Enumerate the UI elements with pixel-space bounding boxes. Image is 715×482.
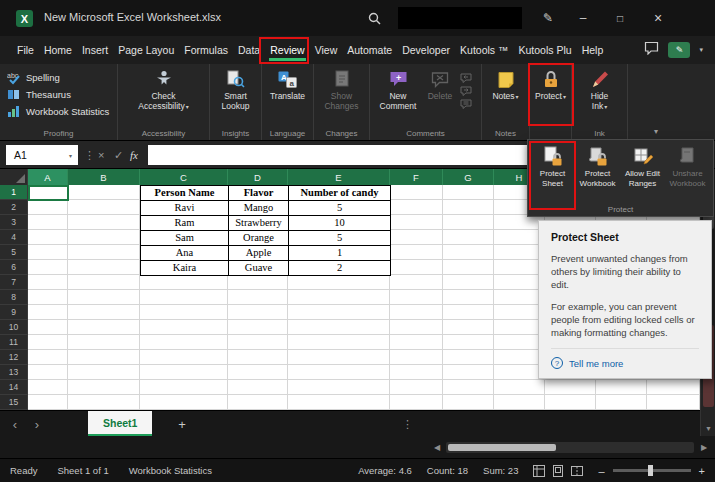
- cell-B5[interactable]: [68, 245, 140, 260]
- cell-A10[interactable]: [28, 320, 68, 335]
- protect-button[interactable]: Protect▾: [530, 64, 571, 140]
- cell-B8[interactable]: [68, 290, 140, 305]
- cell-F11[interactable]: [390, 335, 443, 350]
- cell-D13[interactable]: [228, 365, 288, 380]
- menu-tab-file[interactable]: File: [12, 37, 39, 64]
- cell-H14[interactable]: [494, 380, 545, 395]
- table-cell[interactable]: Sam: [141, 231, 229, 246]
- cell-J14[interactable]: [596, 380, 647, 395]
- cell-F12[interactable]: [390, 350, 443, 365]
- cell-B10[interactable]: [68, 320, 140, 335]
- cell-E11[interactable]: [288, 335, 390, 350]
- column-header-D[interactable]: D: [228, 169, 288, 185]
- table-cell[interactable]: 2: [289, 261, 391, 276]
- cell-I14[interactable]: [545, 380, 596, 395]
- cell-G3[interactable]: [443, 215, 494, 230]
- cell-E8[interactable]: [288, 290, 390, 305]
- search-icon[interactable]: [368, 11, 381, 29]
- cell-F7[interactable]: [390, 275, 443, 290]
- cell-E14[interactable]: [288, 380, 390, 395]
- workbook-statistics-button[interactable]: Workbook Statistics: [7, 103, 117, 120]
- cell-F2[interactable]: [390, 200, 443, 215]
- cell-A2[interactable]: [28, 200, 68, 215]
- menu-tab-kutools-plu[interactable]: Kutools Plu: [514, 37, 577, 64]
- cell-B2[interactable]: [68, 200, 140, 215]
- zoom-slider[interactable]: [613, 469, 691, 472]
- cell-E13[interactable]: [288, 365, 390, 380]
- column-header-E[interactable]: E: [288, 169, 390, 185]
- row-header-7[interactable]: 7: [0, 275, 28, 290]
- cell-A8[interactable]: [28, 290, 68, 305]
- cell-B12[interactable]: [68, 350, 140, 365]
- row-header-12[interactable]: 12: [0, 350, 28, 365]
- row-header-5[interactable]: 5: [0, 245, 28, 260]
- menu-tab-kutools[interactable]: Kutools ™: [455, 37, 513, 64]
- row-header-1[interactable]: 1: [0, 185, 28, 200]
- row-header-13[interactable]: 13: [0, 365, 28, 380]
- row-header-11[interactable]: 11: [0, 335, 28, 350]
- table-cell[interactable]: Ravi: [141, 201, 229, 216]
- row-header-4[interactable]: 4: [0, 230, 28, 245]
- menu-tab-help[interactable]: Help: [577, 37, 609, 64]
- add-sheet-button[interactable]: +: [172, 411, 192, 437]
- sheet-bar-dots-icon[interactable]: ⋮: [402, 411, 413, 437]
- table-cell[interactable]: Number of candy: [289, 186, 391, 201]
- zoom-out-button[interactable]: –: [598, 465, 604, 477]
- cell-E10[interactable]: [288, 320, 390, 335]
- insert-function-icon[interactable]: fx: [130, 145, 138, 165]
- cell-B6[interactable]: [68, 260, 140, 275]
- cell-D15[interactable]: [228, 395, 288, 410]
- cell-K14[interactable]: [647, 380, 700, 395]
- horizontal-scrollbar-thumb[interactable]: [448, 444, 556, 451]
- cell-C11[interactable]: [140, 335, 228, 350]
- cell-G12[interactable]: [443, 350, 494, 365]
- table-cell[interactable]: 5: [289, 231, 391, 246]
- comments-bubble-icon[interactable]: [644, 41, 659, 59]
- cell-F15[interactable]: [390, 395, 443, 410]
- cell-G7[interactable]: [443, 275, 494, 290]
- row-header-6[interactable]: 6: [0, 260, 28, 275]
- cell-D10[interactable]: [228, 320, 288, 335]
- page-break-view-icon[interactable]: [571, 465, 583, 477]
- table-cell[interactable]: Mango: [229, 201, 289, 216]
- menu-tab-formulas[interactable]: Formulas: [179, 37, 233, 64]
- cell-D12[interactable]: [228, 350, 288, 365]
- cell-G9[interactable]: [443, 305, 494, 320]
- cell-F13[interactable]: [390, 365, 443, 380]
- cell-G15[interactable]: [443, 395, 494, 410]
- cell-A15[interactable]: [28, 395, 68, 410]
- column-header-C[interactable]: C: [140, 169, 228, 185]
- horizontal-scrollbar[interactable]: [446, 442, 694, 453]
- cell-F5[interactable]: [390, 245, 443, 260]
- table-cell[interactable]: Person Name: [141, 186, 229, 201]
- row-header-3[interactable]: 3: [0, 215, 28, 230]
- maximize-button[interactable]: □: [605, 0, 635, 36]
- thesaurus-button[interactable]: Thesaurus: [7, 86, 117, 103]
- cell-B4[interactable]: [68, 230, 140, 245]
- name-box[interactable]: A1 ▾: [6, 145, 78, 165]
- table-cell[interactable]: Apple: [229, 246, 289, 261]
- cell-C8[interactable]: [140, 290, 228, 305]
- status-workbook-statistics[interactable]: Workbook Statistics: [129, 465, 212, 476]
- cell-G1[interactable]: [443, 185, 494, 200]
- formula-enter-icon[interactable]: ✓: [114, 145, 123, 165]
- draw-pen-icon[interactable]: ✎: [533, 0, 563, 36]
- minimize-button[interactable]: –: [568, 0, 598, 36]
- collapse-ribbon-icon[interactable]: ▾: [654, 127, 658, 136]
- row-header-15[interactable]: 15: [0, 395, 28, 410]
- column-header-B[interactable]: B: [68, 169, 140, 185]
- cell-I15[interactable]: [545, 395, 596, 410]
- scroll-down-icon[interactable]: ▼: [701, 422, 715, 436]
- menu-tab-home[interactable]: Home: [39, 37, 77, 64]
- menu-tab-data[interactable]: Data: [233, 37, 265, 64]
- cell-A9[interactable]: [28, 305, 68, 320]
- cell-A3[interactable]: [28, 215, 68, 230]
- cell-B9[interactable]: [68, 305, 140, 320]
- cell-F3[interactable]: [390, 215, 443, 230]
- cell-A1[interactable]: [28, 185, 68, 200]
- cell-G10[interactable]: [443, 320, 494, 335]
- cell-F1[interactable]: [390, 185, 443, 200]
- normal-view-icon[interactable]: [533, 465, 545, 477]
- menu-tab-page-layou[interactable]: Page Layou: [113, 37, 179, 64]
- cell-F4[interactable]: [390, 230, 443, 245]
